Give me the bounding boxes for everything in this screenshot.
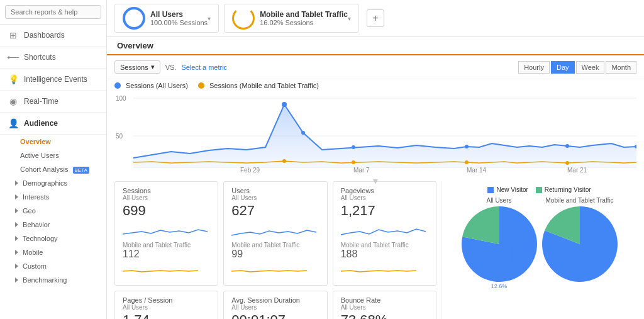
pageviews-mini-chart	[341, 221, 428, 239]
mobile-tablet-pct: 16.02% Sessions	[260, 19, 348, 26]
sidebar-sub-behavior[interactable]: Behavior	[0, 218, 106, 232]
stats-row-2: Pages / Session All Users 1.74 Mobile an…	[114, 291, 436, 319]
pie-all-users-chart	[462, 206, 537, 282]
stats-row-1: Sessions All Users 699 Mobile and Tablet…	[114, 181, 436, 286]
all-users-name: All Users	[150, 10, 208, 19]
pageviews-mobile-chart	[341, 262, 428, 280]
shortcuts-icon: ⟵	[8, 52, 19, 63]
interests-label: Interests	[23, 193, 49, 201]
stat-card-bounce: Bounce Rate All Users 73.68% Mobile and …	[333, 291, 436, 319]
stat-card-pages-session: Pages / Session All Users 1.74 Mobile an…	[114, 291, 218, 319]
pies-row: All Users 12.6% 87.4%	[447, 197, 631, 296]
users-mobile-value: 99	[231, 249, 319, 260]
sidebar-sub-demographics[interactable]: Demographics	[0, 176, 106, 190]
sidebar-item-realtime[interactable]: ◉ Real-Time	[0, 91, 106, 113]
mobile-triangle	[15, 250, 18, 255]
metric-selector[interactable]: Sessions ▾	[114, 60, 160, 74]
pie-section: New Visitor Returning Visitor All Users	[441, 181, 636, 319]
sessions-mobile-chart	[123, 262, 210, 280]
month-button[interactable]: Month	[606, 61, 636, 74]
sidebar-sub-benchmarking[interactable]: Benchmarking	[0, 273, 106, 287]
interests-triangle	[15, 194, 18, 199]
cohort-label: Cohort Analysis	[20, 165, 68, 173]
pie-all-users-returning-label: 87.4%	[462, 289, 537, 296]
benchmarking-triangle	[15, 277, 18, 283]
svg-point-12	[352, 145, 355, 149]
add-segment-button[interactable]: +	[367, 9, 384, 27]
line-chart: 100 50 Feb 29 Mar 7 Mar 14 Mar 21	[114, 92, 636, 174]
time-buttons: Hourly Day Week Month	[518, 61, 636, 74]
svg-text:Mar 21: Mar 21	[567, 167, 587, 174]
legend-all-users: Sessions (All Users)	[114, 82, 188, 89]
svg-point-13	[465, 145, 469, 148]
week-button[interactable]: Week	[576, 61, 605, 74]
all-users-circle	[123, 7, 145, 30]
overview-header: Overview	[107, 37, 644, 55]
sessions-mini-chart	[123, 221, 210, 239]
sidebar-sub-active-users[interactable]: Active Users	[0, 148, 106, 162]
realtime-label: Real-Time	[24, 97, 58, 106]
pageviews-sub: All Users	[341, 194, 428, 201]
bounce-value: 73.68%	[341, 312, 428, 319]
technology-label: Technology	[23, 235, 58, 242]
select-metric-link[interactable]: Select a metric	[181, 64, 227, 71]
sidebar-item-intelligence[interactable]: 💡 Intelligence Events	[0, 69, 106, 91]
mobile-tablet-chevron: ▾	[348, 15, 351, 22]
users-mobile-chart	[231, 262, 319, 280]
sidebar-item-audience[interactable]: 👤 Audience	[0, 113, 106, 135]
pages-session-label: Pages / Session	[123, 296, 210, 304]
bounce-sub: All Users	[341, 304, 428, 311]
svg-point-17	[352, 160, 355, 164]
sidebar-sub-cohort[interactable]: Cohort Analysis BETA	[0, 162, 106, 176]
pages-session-value: 1.74	[123, 312, 210, 319]
pie-all-users-new-label: 12.6%	[462, 283, 537, 289]
vs-label: VS.	[165, 64, 177, 71]
avg-session-sub: All Users	[231, 304, 319, 311]
overview-label: Overview	[20, 138, 51, 145]
chart-scroll-indicator[interactable]: ▾	[114, 174, 636, 188]
audience-icon: 👤	[8, 118, 19, 129]
chart-area: 100 50 Feb 29 Mar 7 Mar 14 Mar 21	[107, 92, 644, 174]
content-area: Overview Sessions ▾ VS. Select a metric …	[107, 37, 644, 319]
sidebar-sub-geo[interactable]: Geo	[0, 204, 106, 218]
avg-session-value: 00:01:07	[231, 312, 319, 319]
technology-triangle	[15, 236, 18, 241]
dashboards-label: Dashboards	[24, 31, 65, 40]
users-mini-chart	[231, 221, 319, 239]
sessions-value: 699	[123, 203, 210, 219]
sidebar-item-shortcuts[interactable]: ⟵ Shortcuts	[0, 47, 106, 69]
geo-triangle	[15, 208, 18, 213]
sidebar-sub-interests[interactable]: Interests	[0, 190, 106, 204]
svg-point-11	[301, 131, 305, 135]
day-button[interactable]: Day	[551, 61, 575, 74]
hourly-button[interactable]: Hourly	[518, 61, 550, 74]
bounce-label: Bounce Rate	[341, 296, 428, 304]
segment-mobile-tablet[interactable]: Mobile and Tablet Traffic 16.02% Session…	[224, 4, 359, 33]
stat-card-avg-session: Avg. Session Duration All Users 00:01:07…	[223, 291, 327, 319]
users-mobile-label: Mobile and Tablet Traffic	[231, 242, 319, 249]
realtime-icon: ◉	[8, 96, 19, 107]
metric-label: Sessions	[120, 64, 148, 71]
sidebar-item-dashboards[interactable]: ⊞ Dashboards	[0, 25, 106, 47]
sidebar-sub-overview[interactable]: Overview	[0, 135, 106, 148]
intelligence-label: Intelligence Events	[24, 75, 87, 84]
sidebar-sub-mobile[interactable]: Mobile	[0, 245, 106, 259]
svg-point-16	[282, 159, 286, 163]
segment-all-users[interactable]: All Users 100.00% Sessions ▾	[114, 4, 219, 33]
sidebar-sub-technology[interactable]: Technology	[0, 232, 106, 245]
sidebar-sub-custom[interactable]: Custom	[0, 259, 106, 273]
svg-point-10	[282, 102, 287, 107]
search-input[interactable]	[5, 5, 101, 19]
svg-text:Feb 29: Feb 29	[240, 167, 260, 174]
svg-point-19	[565, 161, 569, 165]
users-value: 627	[231, 203, 319, 219]
svg-text:50: 50	[116, 133, 123, 140]
pageviews-value: 1,217	[341, 203, 428, 219]
active-users-label: Active Users	[20, 152, 59, 159]
pie-all-users: All Users 12.6% 87.4%	[462, 197, 537, 296]
stat-card-sessions: Sessions All Users 699 Mobile and Tablet…	[114, 181, 218, 286]
intelligence-icon: 💡	[8, 74, 19, 85]
svg-text:Mar 7: Mar 7	[353, 167, 370, 174]
chart-legend: Sessions (All Users) Sessions (Mobile an…	[107, 79, 644, 92]
legend-label-mobile: Sessions (Mobile and Tablet Traffic)	[209, 82, 319, 89]
